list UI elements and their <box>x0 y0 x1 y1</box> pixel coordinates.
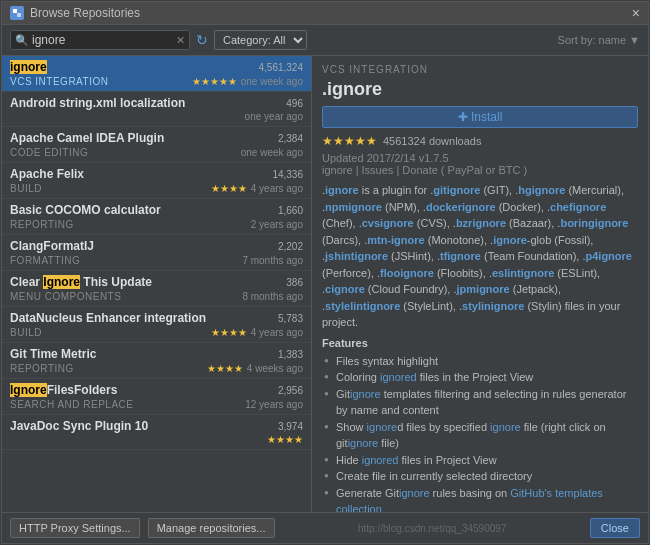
bottom-bar: HTTP Proxy Settings... Manage repositori… <box>2 512 648 543</box>
plugin-category: SEARCH AND REPLACE <box>10 399 133 410</box>
bottom-left-buttons: HTTP Proxy Settings... Manage repositori… <box>10 518 275 538</box>
feature-item: Coloring ignored files in the Project Vi… <box>322 369 638 386</box>
plugin-category: CODE EDITING <box>10 147 88 158</box>
window-close-button[interactable]: × <box>632 6 640 20</box>
plugin-age: 2 years ago <box>251 219 303 230</box>
plugin-downloads: 5,783 <box>278 313 303 324</box>
manage-repositories-button[interactable]: Manage repositories... <box>148 518 275 538</box>
list-item[interactable]: Apache Camel IDEA Plugin 2,384 CODE EDIT… <box>2 127 311 163</box>
feature-item: Files syntax highlight <box>322 353 638 370</box>
plugin-category: VCS INTEGRATION <box>10 76 108 87</box>
plugin-name: IgnoreFilesFolders <box>10 383 117 397</box>
rating-row: ★★★★★ 4561324 downloads <box>322 134 638 148</box>
window-icon <box>10 6 24 20</box>
plugin-downloads: 4,561,324 <box>259 62 304 73</box>
title-bar: Browse Repositories × <box>2 2 648 25</box>
http-proxy-button[interactable]: HTTP Proxy Settings... <box>10 518 140 538</box>
plugin-downloads: 2,202 <box>278 241 303 252</box>
plugin-age: 4 years ago <box>251 183 303 194</box>
search-clear-icon[interactable]: ✕ <box>176 34 185 47</box>
feature-item: Create file in currently selected direct… <box>322 468 638 485</box>
plugin-category: REPORTING <box>10 363 74 374</box>
list-item[interactable]: DataNucleus Enhancer integration 5,783 B… <box>2 307 311 343</box>
search-box: 🔍 ✕ <box>10 30 190 50</box>
plugin-downloads: 2,384 <box>278 133 303 144</box>
link-issues[interactable]: Issues <box>362 164 394 176</box>
list-item[interactable]: Clear Ignore This Update 386 MENU COMPON… <box>2 271 311 307</box>
plugin-name: Basic COCOMO calculator <box>10 203 161 217</box>
svg-rect-1 <box>17 13 21 17</box>
list-item[interactable]: IgnoreFilesFolders 2,956 SEARCH AND REPL… <box>2 379 311 415</box>
plugin-downloads: 1,660 <box>278 205 303 216</box>
plugin-downloads: 2,956 <box>278 385 303 396</box>
list-item[interactable]: Git Time Metric 1,383 REPORTING ★★★★ 4 w… <box>2 343 311 379</box>
plugin-name: JavaDoc Sync Plugin 10 <box>10 419 148 433</box>
list-item[interactable]: Basic COCOMO calculator 1,660 REPORTING … <box>2 199 311 235</box>
rating-stars: ★★★★★ <box>322 134 377 148</box>
plugin-detail: VCS INTEGRATION .ignore ✚ Install ★★★★★ … <box>312 56 648 512</box>
plugin-name: DataNucleus Enhancer integration <box>10 311 206 325</box>
plugin-category: BUILD <box>10 327 42 338</box>
plugin-name: Clear Ignore This Update <box>10 275 152 289</box>
list-item[interactable]: ignore 4,561,324 VCS INTEGRATION ★★★★★ o… <box>2 56 311 92</box>
svg-rect-0 <box>13 9 17 13</box>
title-bar-left: Browse Repositories <box>10 6 140 20</box>
plugin-category: REPORTING <box>10 219 74 230</box>
plugin-category: BUILD <box>10 183 42 194</box>
plugin-name: Android string.xml localization <box>10 96 185 110</box>
downloads-count: 4561324 downloads <box>383 135 481 147</box>
plugin-category: MENU COMPONENTS <box>10 291 121 302</box>
close-button[interactable]: Close <box>590 518 640 538</box>
list-item[interactable]: JavaDoc Sync Plugin 10 3,974 ★★★★ <box>2 415 311 450</box>
feature-item: Show ignored files by specified ignore f… <box>322 419 638 452</box>
plugin-age: 12 years ago <box>245 399 303 410</box>
browse-repositories-window: Browse Repositories × 🔍 ✕ ↻ Category: Al… <box>1 1 649 544</box>
plugin-age: 7 months ago <box>242 255 303 266</box>
list-item[interactable]: Android string.xml localization 496 one … <box>2 92 311 127</box>
list-item[interactable]: Apache Felix 14,336 BUILD ★★★★ 4 years a… <box>2 163 311 199</box>
feature-item: Generate Gitignore rules basing on GitHu… <box>322 485 638 513</box>
plugin-downloads: 3,974 <box>278 421 303 432</box>
links-row: ignore | Issues | Donate ( PayPal or BTC… <box>322 164 638 176</box>
plugin-name: Apache Camel IDEA Plugin <box>10 131 164 145</box>
search-icon: 🔍 <box>15 34 29 47</box>
plugin-name: ClangFormatIJ <box>10 239 94 253</box>
features-label: Features <box>322 337 638 349</box>
link-ignore[interactable]: ignore <box>322 164 353 176</box>
url-label: http://blog.csdn.net/qq_34590097 <box>358 523 506 534</box>
list-item[interactable]: ClangFormatIJ 2,202 FORMATTING 7 months … <box>2 235 311 271</box>
plugin-age: one year ago <box>245 111 303 122</box>
refresh-button[interactable]: ↻ <box>196 32 208 48</box>
toolbar: 🔍 ✕ ↻ Category: All Sort by: name ▼ <box>2 25 648 56</box>
plugin-age: 8 months ago <box>242 291 303 302</box>
plugin-stars: ★★★★ <box>267 434 303 445</box>
sort-label: Sort by: name ▼ <box>558 34 640 46</box>
category-select[interactable]: Category: All <box>214 30 307 50</box>
feature-item: Gitignore templates filtering and select… <box>322 386 638 419</box>
link-paypal[interactable]: PayPal <box>448 164 483 176</box>
plugin-age: one week ago <box>241 147 303 158</box>
plugin-age: one week ago <box>241 76 303 87</box>
plugin-category: FORMATTING <box>10 255 80 266</box>
content-area: ignore 4,561,324 VCS INTEGRATION ★★★★★ o… <box>2 56 648 512</box>
plugin-downloads: 496 <box>286 98 303 109</box>
plugin-stars: ★★★★★ <box>192 76 237 87</box>
features-list: Files syntax highlight Coloring ignored … <box>322 353 638 513</box>
detail-plugin-name: .ignore <box>322 79 638 100</box>
plugin-stars: ★★★★ <box>211 183 247 194</box>
plugin-downloads: 14,336 <box>272 169 303 180</box>
plugin-age: 4 weeks ago <box>247 363 303 374</box>
updated-text: Updated 2017/2/14 v1.7.5 <box>322 152 638 164</box>
plugin-list: ignore 4,561,324 VCS INTEGRATION ★★★★★ o… <box>2 56 312 512</box>
link-btc[interactable]: BTC <box>498 164 520 176</box>
vcs-label: VCS INTEGRATION <box>322 64 638 75</box>
plugin-name: Apache Felix <box>10 167 84 181</box>
plugin-stars: ★★★★ <box>207 363 243 374</box>
search-input[interactable] <box>32 33 176 47</box>
plugin-stars: ★★★★ <box>211 327 247 338</box>
plugin-name: ignore <box>10 60 47 74</box>
install-button[interactable]: ✚ Install <box>322 106 638 128</box>
plugin-description: .ignore is a plugin for .gitignore (GIT)… <box>322 182 638 331</box>
plugin-downloads: 386 <box>286 277 303 288</box>
window-title: Browse Repositories <box>30 6 140 20</box>
